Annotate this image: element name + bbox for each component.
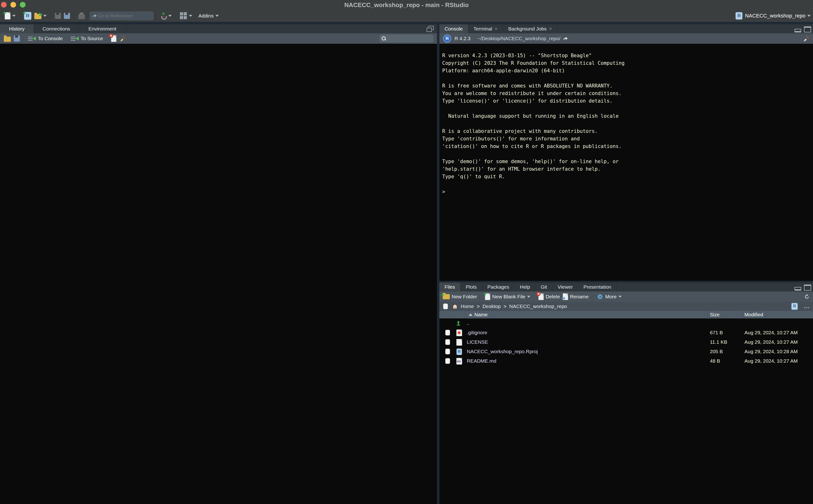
minimize-pane-icon[interactable]	[795, 29, 801, 32]
file-row-readme[interactable]: MD README.md 48 B Aug 29, 2024, 10:27 AM	[439, 356, 813, 366]
breadcrumb-desktop[interactable]: Desktop	[482, 304, 501, 309]
close-icon[interactable]: ×	[549, 24, 552, 33]
history-load-button[interactable]	[2, 34, 12, 43]
tab-help[interactable]: Help	[515, 282, 535, 291]
refresh-icon	[804, 293, 810, 300]
maximize-pane-icon[interactable]	[804, 285, 811, 291]
file-name[interactable]: README.md	[467, 356, 496, 366]
console-line	[442, 105, 625, 112]
column-modified[interactable]: Modified	[744, 311, 763, 318]
parent-dir-icon	[456, 320, 462, 326]
history-search-input[interactable]	[386, 36, 427, 41]
tab-plots[interactable]: Plots	[460, 282, 482, 291]
tab-history[interactable]: History	[0, 24, 34, 33]
tab-environment[interactable]: Environment	[79, 24, 126, 33]
breadcrumb-home[interactable]: Home	[461, 304, 474, 309]
tab-viewer[interactable]: Viewer	[552, 282, 578, 291]
project-menu-button[interactable]: R NACECC_workshop_repo	[735, 10, 811, 22]
new-file-icon: +	[5, 12, 10, 19]
file-row-gitignore[interactable]: .gitignore 671 B Aug 29, 2024, 10:27 AM	[439, 328, 813, 337]
goto-arrow-icon	[92, 13, 97, 19]
file-checkbox[interactable]	[445, 349, 450, 354]
rename-label: Rename	[570, 294, 589, 300]
file-name[interactable]: .gitignore	[467, 328, 487, 337]
new-project-button[interactable]: R+	[22, 11, 33, 21]
history-pane-tabbar: History Connections Environment	[0, 24, 437, 33]
maximize-pane-icon[interactable]	[427, 26, 434, 32]
version-control-button[interactable]: +−	[159, 11, 173, 21]
tab-packages[interactable]: Packages	[482, 282, 515, 291]
new-file-button[interactable]: +	[3, 11, 17, 20]
title-bar: NACECC_workshop_repo - main - RStudio	[0, 0, 813, 10]
green-left-arrow-icon	[33, 36, 36, 41]
goto-file-input[interactable]	[97, 13, 146, 19]
tab-presentation[interactable]: Presentation	[578, 282, 617, 291]
version-control-icon: +−	[160, 12, 166, 20]
close-icon[interactable]: ×	[494, 24, 498, 33]
open-directory-arrow-icon[interactable]	[562, 35, 568, 42]
new-blank-file-button[interactable]: + New Blank File	[484, 292, 532, 301]
goto-project-directory-button[interactable]: R	[791, 303, 798, 310]
files-pane: Files Plots Packages Help Git Viewer Pre…	[439, 282, 813, 504]
file-checkbox[interactable]	[445, 330, 450, 335]
console-prompt[interactable]: >	[442, 188, 625, 196]
select-all-checkbox[interactable]	[443, 304, 448, 309]
addins-button[interactable]: Addins	[197, 12, 220, 20]
open-file-button[interactable]: ➤	[33, 12, 48, 20]
file-modified: Aug 29, 2024, 10:28 AM	[744, 347, 798, 356]
tab-console[interactable]: Console	[439, 24, 468, 33]
save-all-icon	[64, 13, 70, 19]
maximize-pane-icon[interactable]	[804, 26, 811, 32]
sort-ascending-icon[interactable]	[469, 313, 472, 316]
refresh-button[interactable]	[804, 293, 810, 300]
goto-file-search[interactable]	[90, 12, 153, 20]
file-size: 48 B	[710, 356, 720, 366]
new-folder-button[interactable]: + New Folder	[441, 293, 478, 300]
breadcrumb-repo[interactable]: NACECC_workshop_repo	[509, 304, 567, 309]
working-directory[interactable]: ~/Desktop/NACECC_workshop_repo/	[477, 36, 560, 41]
history-search-box[interactable]	[380, 35, 433, 42]
console-content[interactable]: R version 4.2.3 (2023-03-15) -- "Shortst…	[439, 44, 813, 281]
more-button[interactable]: More	[595, 292, 623, 301]
r-logo-icon: R	[443, 35, 451, 43]
file-row-rproj[interactable]: R NACECC_workshop_repo.Rproj 205 B Aug 2…	[439, 347, 813, 356]
file-checkbox[interactable]	[445, 339, 450, 345]
green-left-arrow-icon	[75, 36, 79, 41]
tab-connections[interactable]: Connections	[34, 24, 79, 33]
history-content[interactable]	[0, 44, 437, 504]
tab-git[interactable]: Git	[535, 282, 552, 291]
save-button[interactable]	[53, 12, 62, 20]
pane-window-controls	[795, 284, 811, 291]
chevron-down-icon	[215, 15, 219, 17]
to-source-button[interactable]: To Source	[69, 35, 105, 43]
file-name[interactable]: LICENSE	[467, 337, 488, 347]
column-size[interactable]: Size	[710, 311, 720, 318]
clear-console-button[interactable]	[803, 35, 810, 42]
file-row-license[interactable]: LICENSE 11.1 KB Aug 29, 2024, 10:27 AM	[439, 337, 813, 347]
column-name[interactable]: Name	[474, 311, 488, 318]
clear-history-button[interactable]	[118, 34, 128, 43]
file-row-parent-dir[interactable]: ..	[439, 318, 813, 328]
print-button[interactable]	[77, 12, 86, 20]
save-all-button[interactable]	[62, 12, 71, 20]
tab-files[interactable]: Files	[439, 282, 460, 291]
tab-terminal[interactable]: Terminal ×	[468, 24, 503, 33]
minimize-pane-icon[interactable]	[795, 287, 801, 291]
tab-background-jobs[interactable]: Background Jobs ×	[503, 24, 557, 33]
pane-layout-button[interactable]	[179, 11, 194, 20]
open-folder-icon	[4, 37, 11, 42]
more-columns-button[interactable]: ...	[804, 304, 810, 309]
delete-button[interactable]: ✕ Delete	[537, 292, 561, 301]
rename-button[interactable]: ➜ Rename	[561, 292, 590, 301]
console-lines-icon	[28, 36, 33, 42]
to-console-button[interactable]: To Console	[26, 35, 64, 43]
console-line	[442, 74, 625, 82]
gear-icon	[597, 293, 603, 300]
file-name[interactable]: NACECC_workshop_repo.Rproj	[467, 347, 538, 356]
remove-entry-button[interactable]: ✕	[110, 34, 118, 43]
home-icon	[452, 303, 458, 310]
file-name[interactable]: ..	[467, 318, 470, 328]
file-checkbox[interactable]	[445, 358, 450, 364]
search-icon	[381, 36, 386, 41]
history-save-button[interactable]	[12, 35, 21, 43]
